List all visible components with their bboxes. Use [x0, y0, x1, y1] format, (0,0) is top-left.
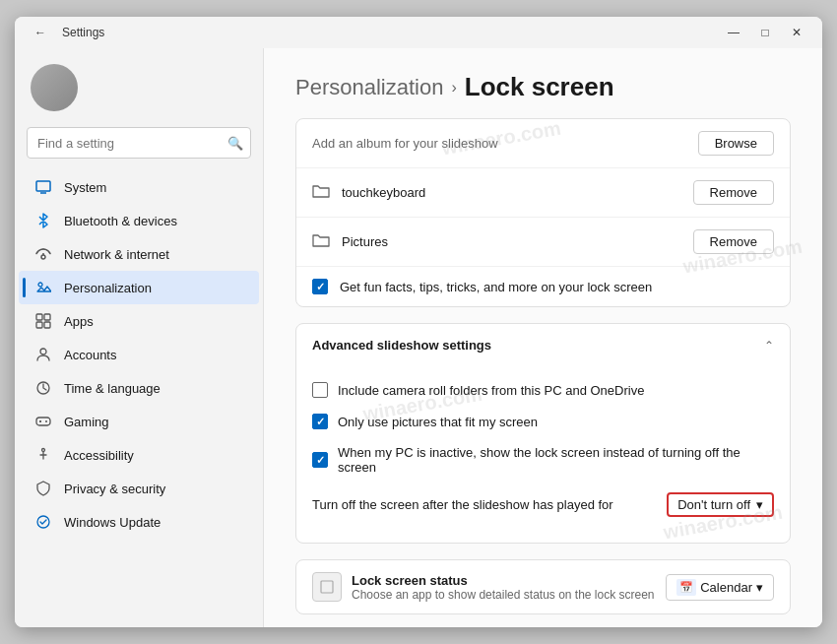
- lock-screen-status-dropdown[interactable]: 📅 Calendar ▾: [666, 574, 774, 601]
- settings-content: Add an album for your slideshow Browse t…: [264, 118, 822, 627]
- add-album-row: Add an album for your slideshow Browse: [296, 119, 790, 168]
- svg-point-9: [40, 349, 46, 354]
- sidebar-item-accounts-label: Accounts: [64, 348, 116, 362]
- nav-items: System Bluetooth & devices Network & int…: [15, 166, 263, 543]
- close-button[interactable]: ✕: [783, 23, 810, 42]
- sidebar: 🔍 System Bluetooth & devices: [15, 48, 263, 627]
- svg-rect-11: [36, 418, 50, 425]
- avatar: [31, 64, 78, 111]
- fun-facts-label: Get fun facts, tips, tricks, and more on…: [340, 280, 652, 294]
- fit-screen-label: Only use pictures that fit my screen: [338, 415, 538, 429]
- remove-touchkeyboard-button[interactable]: Remove: [693, 180, 774, 205]
- sidebar-item-system[interactable]: System: [19, 170, 259, 204]
- bluetooth-icon: [34, 212, 52, 229]
- folder-icon-touchkeyboard: [312, 183, 330, 203]
- svg-rect-0: [36, 181, 50, 191]
- calendar-icon: 📅: [676, 579, 696, 596]
- turn-off-label: Turn off the screen after the slideshow …: [312, 497, 667, 512]
- svg-point-15: [42, 449, 45, 452]
- sidebar-item-apps[interactable]: Apps: [19, 304, 259, 338]
- sidebar-item-personalization[interactable]: Personalization: [19, 271, 259, 304]
- settings-window: ← Settings — □ ✕ 🔍 System: [15, 17, 822, 627]
- search-box: 🔍: [27, 127, 251, 159]
- titlebar: ← Settings — □ ✕: [15, 17, 822, 48]
- turn-off-dropdown[interactable]: Don't turn off ▾: [667, 492, 774, 517]
- fit-screen-checkbox[interactable]: [312, 414, 328, 429]
- maximize-button[interactable]: □: [751, 23, 779, 42]
- lock-screen-status-icon: [312, 572, 342, 602]
- network-icon: [34, 245, 52, 263]
- turn-off-value: Don't turn off: [677, 497, 750, 512]
- sidebar-item-network[interactable]: Network & internet: [19, 237, 259, 271]
- sidebar-item-time-label: Time & language: [64, 381, 161, 396]
- svg-rect-5: [36, 314, 42, 320]
- back-button[interactable]: ←: [27, 23, 54, 42]
- browse-button[interactable]: Browse: [698, 131, 774, 156]
- apps-icon: [34, 312, 52, 330]
- titlebar-left: ← Settings: [27, 23, 104, 42]
- camera-roll-checkbox[interactable]: [312, 382, 328, 398]
- lock-screen-status-value: Calendar: [700, 580, 752, 595]
- lock-screen-status-row: Lock screen status Choose an app to show…: [296, 560, 790, 613]
- sidebar-item-time[interactable]: Time & language: [19, 371, 259, 405]
- user-section: [15, 48, 263, 119]
- camera-roll-label: Include camera roll folders from this PC…: [338, 383, 644, 398]
- sidebar-item-gaming-label: Gaming: [64, 415, 109, 429]
- search-input[interactable]: [27, 127, 251, 159]
- sidebar-item-privacy-label: Privacy & security: [64, 482, 165, 496]
- titlebar-title: Settings: [62, 26, 104, 39]
- pictures-row: Pictures Remove: [296, 218, 790, 267]
- advanced-slideshow-card: Advanced slideshow settings ⌃ Include ca…: [295, 323, 791, 544]
- remove-pictures-button[interactable]: Remove: [693, 229, 774, 254]
- sidebar-item-accounts[interactable]: Accounts: [19, 338, 259, 371]
- lock-screen-status-title: Lock screen status: [352, 573, 655, 588]
- touchkeyboard-label: touchkeyboard: [342, 185, 681, 200]
- main-header: Personalization › Lock screen: [264, 48, 822, 118]
- sidebar-item-apps-label: Apps: [64, 314, 94, 329]
- sidebar-item-accessibility-label: Accessibility: [64, 448, 134, 463]
- breadcrumb-arrow: ›: [451, 79, 456, 97]
- slideshow-folders-card: Add an album for your slideshow Browse t…: [295, 118, 791, 307]
- windows-update-icon: [34, 513, 52, 531]
- collapse-icon: ⌃: [764, 339, 774, 353]
- fun-facts-checkbox[interactable]: [312, 279, 328, 294]
- advanced-slideshow-header[interactable]: Advanced slideshow settings ⌃: [296, 324, 790, 366]
- svg-point-14: [45, 420, 47, 422]
- minimize-button[interactable]: —: [720, 23, 747, 42]
- touchkeyboard-row: touchkeyboard Remove: [296, 168, 790, 218]
- lock-screen-status-chevron: ▾: [756, 580, 763, 595]
- inactive-checkbox[interactable]: [312, 452, 328, 468]
- gaming-icon: [34, 413, 52, 430]
- breadcrumb-parent: Personalization: [295, 75, 443, 100]
- folder-icon-pictures: [312, 232, 330, 252]
- advanced-slideshow-body: Include camera roll folders from this PC…: [296, 366, 790, 543]
- main-content: Personalization › Lock screen Add an alb…: [263, 48, 822, 627]
- inactive-row: When my PC is inactive, show the lock sc…: [312, 437, 774, 483]
- sidebar-item-windows-update[interactable]: Windows Update: [19, 505, 259, 539]
- privacy-icon: [34, 480, 52, 497]
- breadcrumb-current: Lock screen: [465, 72, 614, 102]
- lock-screen-status-card: Lock screen status Choose an app to show…: [295, 559, 791, 614]
- sidebar-item-gaming[interactable]: Gaming: [19, 405, 259, 438]
- turn-off-chevron: ▾: [756, 497, 763, 512]
- camera-roll-row: Include camera roll folders from this PC…: [312, 374, 774, 406]
- search-icon: 🔍: [227, 136, 243, 151]
- sidebar-item-bluetooth[interactable]: Bluetooth & devices: [19, 204, 259, 237]
- svg-rect-7: [36, 322, 42, 328]
- sidebar-item-privacy[interactable]: Privacy & security: [19, 472, 259, 505]
- pictures-label: Pictures: [342, 234, 681, 249]
- content-area: 🔍 System Bluetooth & devices: [15, 48, 822, 627]
- sidebar-item-system-label: System: [64, 180, 106, 195]
- system-icon: [34, 178, 52, 196]
- sidebar-item-accessibility[interactable]: Accessibility: [19, 438, 259, 472]
- lock-screen-status-left: Lock screen status Choose an app to show…: [312, 572, 666, 602]
- fun-facts-row: Get fun facts, tips, tricks, and more on…: [296, 267, 790, 306]
- sidebar-item-bluetooth-label: Bluetooth & devices: [64, 214, 177, 228]
- add-album-label: Add an album for your slideshow: [312, 136, 686, 151]
- lock-screen-status-text: Lock screen status Choose an app to show…: [352, 573, 655, 602]
- fit-screen-row: Only use pictures that fit my screen: [312, 406, 774, 437]
- inactive-label: When my PC is inactive, show the lock sc…: [338, 445, 774, 475]
- svg-point-4: [38, 283, 42, 287]
- accessibility-icon: [34, 446, 52, 464]
- active-indicator: [23, 278, 26, 297]
